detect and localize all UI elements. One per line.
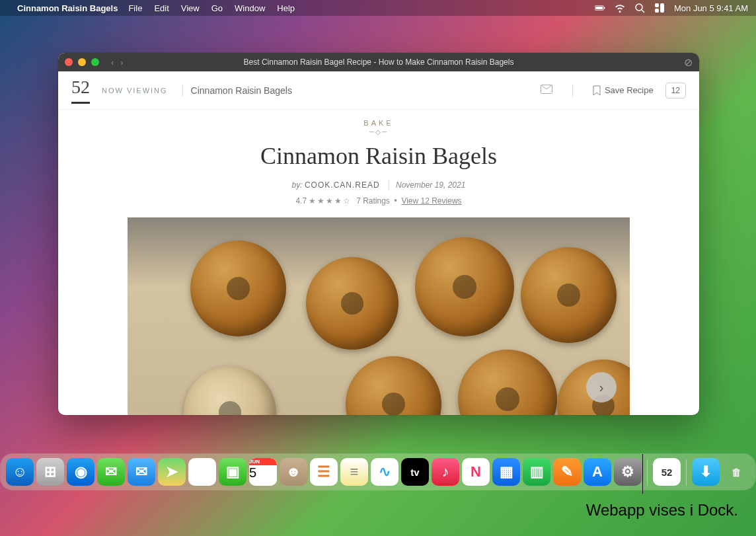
save-recipe-button[interactable]: Save Recipe xyxy=(593,85,654,96)
dock-icon-messages[interactable]: ✉ xyxy=(97,458,125,486)
rating-value: 4.7 xyxy=(295,196,307,206)
svg-rect-5 xyxy=(655,3,659,7)
dock-icon-downloads[interactable]: ⬇ xyxy=(692,458,720,486)
app-window: ‹ › Best Cinnamon Raisin Bagel Recipe - … xyxy=(58,53,699,415)
svg-rect-7 xyxy=(655,9,659,13)
rating-row: 4.7 ★★★★☆ 7 Ratings • View 12 Reviews xyxy=(58,196,699,206)
callout-text: Webapp vises i Dock. xyxy=(441,501,738,519)
dock-icon-mail[interactable]: ✉ xyxy=(128,458,155,486)
app-name[interactable]: Cinnamon Raisin Bagels xyxy=(17,3,118,13)
next-image-button[interactable]: › xyxy=(586,372,617,402)
svg-line-4 xyxy=(642,10,644,13)
minimize-button[interactable] xyxy=(78,58,86,66)
dock-icon-calendar[interactable]: JUN5 xyxy=(249,458,277,486)
save-recipe-label: Save Recipe xyxy=(605,85,654,95)
nav-forward-icon[interactable]: › xyxy=(120,57,123,67)
zoom-button[interactable] xyxy=(91,58,99,66)
stars-icon: ★★★★☆ xyxy=(309,196,352,206)
dock-icon-numbers[interactable]: ▥ xyxy=(523,458,550,486)
dock-icon-music[interactable]: ♪ xyxy=(432,458,459,486)
control-center-icon[interactable] xyxy=(654,3,665,13)
byline: by: COOK.CAN.READ November 19, 2021 xyxy=(58,180,699,190)
wifi-icon[interactable] xyxy=(615,3,625,13)
category-label: BAKE xyxy=(58,119,699,127)
svg-point-3 xyxy=(636,4,642,11)
ornament-icon: ─◇─ xyxy=(58,128,699,135)
menu-file[interactable]: File xyxy=(128,3,142,13)
ratings-count: 7 Ratings xyxy=(356,196,390,206)
prohibit-icon[interactable]: ⊘ xyxy=(684,56,693,69)
bookmark-icon xyxy=(593,85,601,96)
divider xyxy=(572,85,573,96)
site-logo[interactable]: 52 xyxy=(71,77,90,104)
dock-icon-facetime[interactable]: ▣ xyxy=(219,458,246,486)
comment-count-badge[interactable]: 12 xyxy=(665,83,686,98)
mail-icon[interactable] xyxy=(541,85,552,96)
menu-go[interactable]: Go xyxy=(211,3,223,13)
dock-icon-safari[interactable]: ◉ xyxy=(67,458,94,486)
spotlight-icon[interactable] xyxy=(634,3,645,13)
divider xyxy=(182,85,183,96)
dock-icon-maps[interactable]: ➤ xyxy=(158,458,186,486)
dock-separator xyxy=(647,459,648,486)
svg-rect-1 xyxy=(595,7,603,9)
svg-rect-2 xyxy=(604,7,605,9)
publish-date: November 19, 2021 xyxy=(389,180,465,190)
menubar: Cinnamon Raisin Bagels File Edit View Go… xyxy=(0,0,756,16)
menu-help[interactable]: Help xyxy=(277,3,295,13)
bullet: • xyxy=(395,196,397,206)
dock-icon-tv[interactable]: tv xyxy=(401,458,429,486)
by-label: by: xyxy=(292,180,303,190)
dock-icon-finder[interactable]: ☺ xyxy=(6,458,34,486)
nav-back-icon[interactable]: ‹ xyxy=(111,57,114,67)
dock-icon-news[interactable]: N xyxy=(462,458,490,486)
recipe-hero-image: › xyxy=(128,217,630,415)
dock-icon-notes[interactable]: ≡ xyxy=(340,458,368,486)
now-viewing-label: NOW VIEWING xyxy=(102,87,168,95)
dock-icon-settings[interactable]: ⚙ xyxy=(614,458,642,486)
close-button[interactable] xyxy=(65,58,73,66)
dock-icon-appstore[interactable]: A xyxy=(584,458,611,486)
dock-icon-webapp-52[interactable]: 52 xyxy=(653,458,681,486)
battery-icon[interactable] xyxy=(595,3,605,13)
view-reviews-link[interactable]: View 12 Reviews xyxy=(401,196,461,206)
svg-rect-6 xyxy=(660,3,664,13)
menu-view[interactable]: View xyxy=(181,3,200,13)
dock-icon-keynote[interactable]: ▦ xyxy=(492,458,520,486)
recipe-content: BAKE ─◇─ Cinnamon Raisin Bagels by: COOK… xyxy=(58,110,699,415)
recipe-title: Cinnamon Raisin Bagels xyxy=(58,142,699,170)
author-name[interactable]: COOK.CAN.READ xyxy=(305,180,380,190)
callout-line xyxy=(642,454,643,494)
recipe-header-bar: 52 NOW VIEWING Cinnamon Raisin Bagels Sa… xyxy=(58,71,699,110)
dock-icon-contacts[interactable]: ☻ xyxy=(280,458,307,486)
breadcrumb-recipe: Cinnamon Raisin Bagels xyxy=(191,85,292,96)
window-title: Best Cinnamon Raisin Bagel Recipe - How … xyxy=(244,57,514,67)
dock-icon-trash[interactable]: 🗑 xyxy=(722,458,750,486)
traffic-lights xyxy=(65,58,99,66)
dock-icon-freeform[interactable]: ∿ xyxy=(371,458,398,486)
dock-icon-pages[interactable]: ✎ xyxy=(553,458,581,486)
dock-icon-reminders[interactable]: ☰ xyxy=(310,458,338,486)
titlebar: ‹ › Best Cinnamon Raisin Bagel Recipe - … xyxy=(58,53,699,71)
menubar-clock[interactable]: Mon Jun 5 9:41 AM xyxy=(674,3,748,13)
dock-icon-launchpad[interactable]: ⊞ xyxy=(36,458,64,486)
dock-separator xyxy=(686,459,687,486)
menu-window[interactable]: Window xyxy=(235,3,265,13)
dock-icon-photos[interactable]: ✿ xyxy=(188,458,216,486)
menu-edit[interactable]: Edit xyxy=(154,3,169,13)
